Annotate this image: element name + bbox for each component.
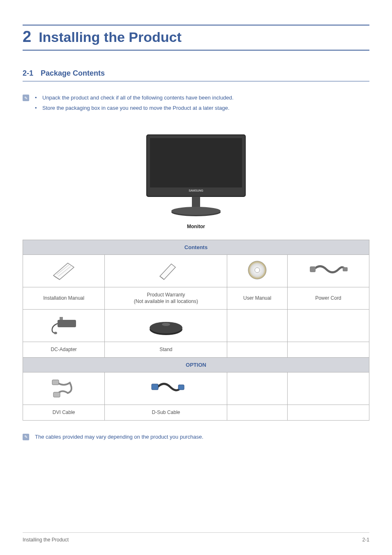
section-title-text: Package Contents [41, 69, 105, 78]
svg-rect-15 [343, 267, 348, 271]
footer-right: 2-1 [362, 537, 369, 543]
note-icon: ✎ [23, 95, 29, 101]
svg-point-18 [54, 332, 57, 334]
dc-adapter-image [23, 310, 105, 342]
svg-rect-1 [150, 138, 242, 187]
chapter-header: 2 Installing the Product [23, 25, 369, 51]
svg-rect-25 [178, 385, 184, 390]
svg-rect-14 [310, 266, 316, 272]
page-footer: Installing the Product 2-1 [23, 532, 369, 543]
dvi-cable-label: DVI Cable [23, 405, 105, 420]
empty-cell [287, 405, 369, 420]
svg-marker-6 [53, 263, 74, 280]
footer-left: Installing the Product [23, 537, 69, 543]
monitor-image: SAMSUNG [134, 131, 258, 219]
dsub-cable-image [105, 372, 227, 405]
note-icon: ✎ [23, 434, 29, 440]
dvi-cable-image [23, 372, 105, 405]
svg-rect-17 [60, 317, 63, 320]
footnote-text: The cables provided may vary depending o… [35, 433, 203, 442]
chapter-number: 2 [23, 28, 31, 46]
note-item: Store the packaging box in case you need… [35, 104, 233, 113]
section-number: 2-1 [23, 69, 33, 78]
footnote-block: ✎ The cables provided may vary depending… [23, 433, 369, 442]
contents-header: Contents [23, 240, 369, 254]
stand-image [105, 310, 227, 342]
note-block: ✎ Unpack the product and check if all of… [23, 94, 369, 114]
section-header: 2-1 Package Contents [23, 69, 369, 81]
monitor-label: Monitor [23, 224, 369, 229]
user-manual-label: User Manual [227, 287, 287, 310]
stand-label: Stand [105, 342, 227, 358]
svg-rect-16 [58, 320, 76, 327]
svg-marker-10 [160, 264, 175, 280]
svg-point-13 [255, 268, 260, 273]
dsub-cable-label: D-Sub Cable [105, 405, 227, 420]
svg-rect-22 [52, 380, 59, 385]
power-cord-label: Power Cord [287, 287, 369, 310]
contents-table: Contents [23, 240, 369, 421]
empty-cell [287, 310, 369, 342]
empty-cell [227, 372, 287, 405]
power-cord-image [287, 254, 369, 287]
note-list: Unpack the product and check if all of t… [35, 94, 233, 114]
svg-rect-23 [53, 392, 60, 397]
chapter-title-text: Installing the Product [39, 29, 182, 45]
svg-point-21 [162, 323, 170, 326]
installation-manual-image [23, 254, 105, 287]
empty-cell [227, 310, 287, 342]
product-warranty-label: Product Warranty (Not available in all l… [105, 287, 227, 310]
dc-adapter-label: DC-Adapter [23, 342, 105, 358]
empty-cell [287, 342, 369, 358]
svg-rect-24 [152, 384, 158, 390]
svg-text:SAMSUNG: SAMSUNG [189, 189, 203, 192]
svg-point-5 [171, 207, 221, 215]
option-header: OPTION [23, 357, 369, 372]
empty-cell [227, 405, 287, 420]
product-warranty-image [105, 254, 227, 287]
note-item: Unpack the product and check if all of t… [35, 94, 233, 102]
user-manual-image [227, 254, 287, 287]
empty-cell [227, 342, 287, 358]
monitor-figure: SAMSUNG Monitor [23, 131, 369, 229]
empty-cell [287, 372, 369, 405]
installation-manual-label: Installation Manual [23, 287, 105, 310]
